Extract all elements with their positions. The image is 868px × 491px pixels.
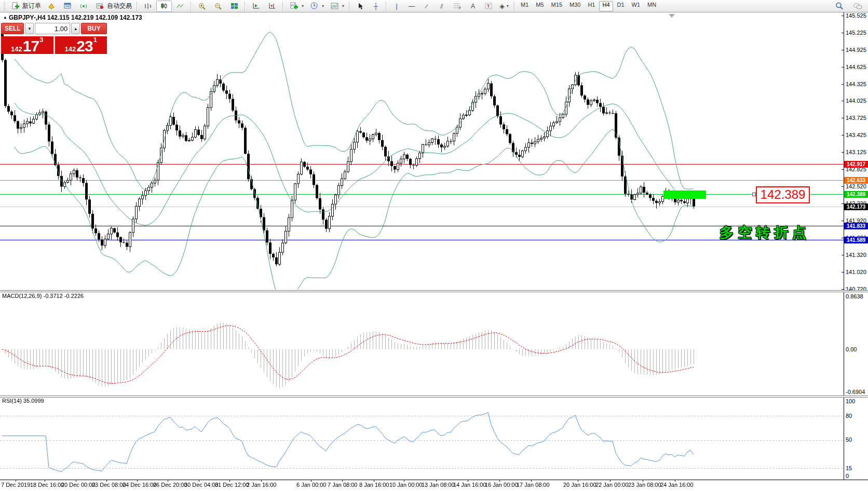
volume-decrease-button[interactable]: ▼ (25, 23, 34, 34)
signals-button[interactable] (76, 1, 91, 12)
time-axis-label: 26 Dec 20:00 (153, 482, 187, 488)
zoom-in-button[interactable] (194, 1, 210, 12)
line-chart-button[interactable] (172, 1, 188, 12)
price-tag: 142.917 (844, 161, 868, 168)
time-axis-tick (168, 480, 168, 482)
timeframe-button-mn[interactable]: MN (644, 1, 659, 11)
axis-tick (842, 118, 844, 118)
volume-increase-button[interactable]: ▲ (71, 23, 80, 34)
channel-tool-button[interactable]: ⫽ (435, 1, 449, 12)
time-axis-label: 22 Jan 00:00 (595, 482, 629, 488)
new-order-button[interactable]: 新订单 (7, 1, 43, 12)
price-axis[interactable]: 145.525145.225144.925144.625144.325144.0… (844, 12, 868, 491)
axis-tick (842, 33, 844, 33)
toolbar-separator (514, 2, 515, 11)
sell-price-big: 17 (23, 39, 39, 53)
price-label-object[interactable]: 142.389 (756, 186, 810, 203)
zoom-out-button[interactable] (210, 1, 226, 12)
crosshair-tool-button[interactable]: ┼ (369, 1, 383, 12)
new-order-label: 新订单 (22, 2, 41, 10)
price-axis-label: 141.020 (846, 269, 866, 275)
time-axis-tick (531, 480, 532, 482)
timeframe-button-h4[interactable]: H4 (599, 1, 613, 11)
timeframe-button-m15[interactable]: M15 (548, 1, 565, 11)
fibonacci-icon: F (452, 1, 463, 11)
chevron-down-icon: ▾ (302, 4, 304, 8)
bar-chart-button[interactable] (140, 1, 156, 12)
indicator-axis-label: 15 (846, 465, 852, 471)
highlight-rectangle-object[interactable] (663, 190, 706, 199)
search-icon (834, 1, 845, 11)
price-axis-label: 144.325 (846, 81, 866, 87)
cursor-tool-button[interactable] (352, 1, 368, 12)
chinese-annotation-text[interactable]: 多空转折点 (720, 223, 810, 242)
chat-icon (852, 1, 864, 11)
axis-tick (842, 152, 844, 153)
timeframe-button-d1[interactable]: D1 (614, 1, 628, 11)
templates-button[interactable]: ▾ (327, 1, 346, 12)
candlestick-chart-button[interactable] (156, 1, 172, 12)
timeframe-button-m30[interactable]: M30 (566, 1, 584, 11)
axis-tick (842, 289, 844, 290)
timeframe-button-m5[interactable]: M5 (533, 1, 547, 11)
pane-separator[interactable] (0, 290, 868, 292)
time-axis-label: 8 Jan 16:00 (359, 482, 389, 488)
price-tag: 141.833 (844, 223, 868, 229)
time-axis-label: 18 Dec 16:00 (30, 482, 64, 488)
price-axis-label: 143.125 (846, 149, 866, 155)
volume-input[interactable] (35, 23, 70, 34)
autotrading-button[interactable]: 自动交易 (92, 1, 134, 12)
text-tool-button[interactable]: A (466, 1, 480, 12)
toolbar-grip[interactable] (4, 2, 5, 10)
chevron-down-icon: ▾ (342, 4, 344, 8)
buy-button[interactable]: BUY (81, 23, 107, 34)
rsi-label: RSI(14) 35.0999 (2, 398, 44, 404)
symbol-ohlc-text: GBPJPY-,H4 142.115 142.219 142.109 142.1… (9, 14, 142, 21)
sell-price-panel[interactable]: 142 17 3 (1, 36, 53, 54)
horizontal-line-tool-button[interactable]: — (404, 1, 419, 12)
terminal-button[interactable] (60, 1, 75, 12)
timeframe-button-m1[interactable]: M1 (518, 1, 532, 11)
chart-shift-icon (250, 1, 262, 11)
price-axis-label: 144.625 (846, 64, 866, 70)
chart-canvas[interactable] (0, 0, 868, 491)
time-axis-label: 20 Dec 00:00 (61, 482, 95, 488)
vertical-line-tool-button[interactable]: | (389, 1, 404, 12)
time-axis-tick (610, 480, 611, 482)
buy-price-panel[interactable]: 142 23 1 (55, 36, 107, 54)
auto-scroll-button[interactable] (264, 1, 280, 12)
indicators-button[interactable]: ▾ (286, 1, 306, 12)
chevron-down-icon: ▾ (507, 4, 509, 8)
search-button[interactable] (832, 1, 847, 12)
collapse-icon[interactable]: ▲ (3, 15, 7, 20)
text-label-icon: T (483, 1, 494, 11)
axis-tick (842, 84, 844, 85)
new-order-icon (9, 1, 21, 11)
chart-shift-marker-icon[interactable] (669, 14, 675, 18)
chat-button[interactable] (850, 1, 866, 12)
axis-tick (842, 50, 844, 50)
timeframe-button-h1[interactable]: H1 (585, 1, 598, 11)
text-label-tool-button[interactable]: T (481, 1, 496, 12)
trendline-tool-button[interactable]: ∕ (419, 1, 434, 12)
pane-separator[interactable] (0, 395, 868, 398)
toolbar: 新订单 自动交易 (0, 0, 868, 12)
mt4-window: 新订单 自动交易 (0, 0, 868, 491)
chevron-down-icon: ▾ (322, 4, 324, 8)
data-window-button[interactable] (44, 1, 59, 12)
indicator-axis-label: 0.00 (846, 346, 857, 352)
time-axis-tick (311, 480, 311, 482)
timeframe-button-w1[interactable]: W1 (629, 1, 644, 11)
periods-button[interactable]: ▾ (306, 1, 326, 12)
indicator-axis-label: 80 (846, 413, 852, 419)
chart-shift-button[interactable] (248, 1, 264, 12)
tile-windows-button[interactable] (226, 1, 242, 12)
time-axis-line (0, 480, 868, 480)
sell-button[interactable]: SELL (1, 23, 24, 34)
timeframe-group: M1M5M15M30H1H4D1W1MN (518, 1, 659, 11)
indicator-axis-label: 50 (846, 437, 852, 443)
price-axis-label: 142.520 (846, 183, 866, 189)
axis-tick (842, 67, 844, 67)
fibonacci-tool-button[interactable]: F (450, 1, 465, 12)
arrows-tool-button[interactable]: ◈ ▾ (497, 1, 511, 12)
